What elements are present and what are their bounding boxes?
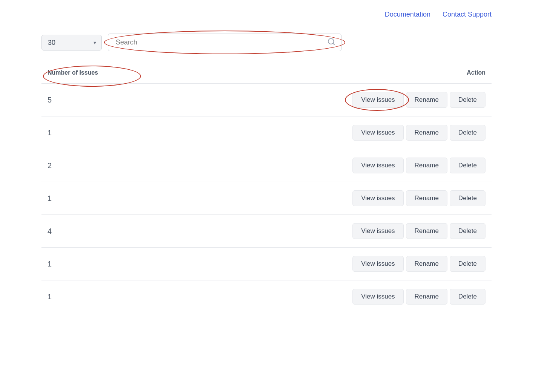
view-issues-wrapper: View issues — [350, 158, 403, 173]
action-buttons-cell: View issuesRenameDelete — [194, 248, 492, 280]
table-row: 1View issuesRenameDelete — [41, 280, 492, 313]
delete-button[interactable]: Delete — [450, 289, 486, 305]
view-issues-button[interactable]: View issues — [352, 289, 403, 305]
rename-button[interactable]: Rename — [406, 256, 447, 272]
table-row: 1View issuesRenameDelete — [41, 248, 492, 280]
issue-count-cell: 4 — [41, 215, 194, 248]
delete-button[interactable]: Delete — [450, 223, 486, 239]
rename-button[interactable]: Rename — [406, 223, 447, 239]
page-size-select[interactable]: 10 20 30 50 100 — [41, 35, 102, 51]
top-nav: Documentation Contact Support — [0, 0, 533, 26]
view-issues-button[interactable]: View issues — [352, 158, 403, 173]
issue-count-cell: 1 — [41, 116, 194, 149]
rename-button[interactable]: Rename — [406, 289, 447, 305]
issue-count-cell: 1 — [41, 248, 194, 280]
action-buttons-cell: View issuesRenameDelete — [194, 149, 492, 182]
table-row: 1View issuesRenameDelete — [41, 182, 492, 215]
documentation-link[interactable]: Documentation — [385, 11, 430, 18]
issue-count-cell: 5 — [41, 83, 194, 116]
table-row: 2View issuesRenameDelete — [41, 149, 492, 182]
delete-button[interactable]: Delete — [450, 92, 486, 108]
svg-line-1 — [333, 43, 334, 44]
view-issues-button[interactable]: View issues — [352, 92, 403, 108]
table-container: Number of Issues Action 5View issuesRena… — [0, 63, 533, 313]
view-issues-button[interactable]: View issues — [352, 223, 403, 239]
delete-button[interactable]: Delete — [450, 190, 486, 206]
rename-button[interactable]: Rename — [406, 125, 447, 141]
page-size-dropdown[interactable]: 10 20 30 50 100 — [48, 39, 69, 46]
action-buttons-cell: View issuesRenameDelete — [194, 215, 492, 248]
view-issues-button[interactable]: View issues — [352, 125, 403, 141]
contact-support-link[interactable]: Contact Support — [443, 11, 492, 18]
delete-button[interactable]: Delete — [450, 158, 486, 173]
view-issues-wrapper: View issues — [350, 223, 403, 239]
rename-button[interactable]: Rename — [406, 92, 447, 108]
view-issues-button[interactable]: View issues — [352, 256, 403, 272]
issue-count-cell: 1 — [41, 280, 194, 313]
action-buttons-cell: View issuesRenameDelete — [194, 116, 492, 149]
view-issues-wrapper: View issues — [350, 125, 403, 141]
table-row: 1View issuesRenameDelete — [41, 116, 492, 149]
col-action-header: Action — [194, 63, 492, 83]
rename-button[interactable]: Rename — [406, 190, 447, 206]
table-row: 5View issuesRenameDelete — [41, 83, 492, 116]
search-container — [108, 34, 342, 51]
view-issues-wrapper: View issues — [350, 190, 403, 206]
controls-row: 10 20 30 50 100 — [0, 26, 533, 59]
view-issues-wrapper: View issues — [350, 256, 403, 272]
rename-button[interactable]: Rename — [406, 158, 447, 173]
action-buttons-cell: View issuesRenameDelete — [194, 83, 492, 116]
view-issues-button[interactable]: View issues — [352, 190, 403, 206]
search-icon — [327, 37, 335, 47]
col-issues-header: Number of Issues — [41, 63, 194, 83]
view-issues-wrapper: View issues — [350, 92, 403, 108]
view-issues-wrapper: View issues — [350, 289, 403, 305]
search-input[interactable] — [108, 34, 342, 51]
delete-button[interactable]: Delete — [450, 125, 486, 141]
issues-table: Number of Issues Action 5View issuesRena… — [41, 63, 492, 313]
table-row: 4View issuesRenameDelete — [41, 215, 492, 248]
action-buttons-cell: View issuesRenameDelete — [194, 182, 492, 215]
issue-count-cell: 2 — [41, 149, 194, 182]
issue-count-cell: 1 — [41, 182, 194, 215]
action-buttons-cell: View issuesRenameDelete — [194, 280, 492, 313]
delete-button[interactable]: Delete — [450, 256, 486, 272]
